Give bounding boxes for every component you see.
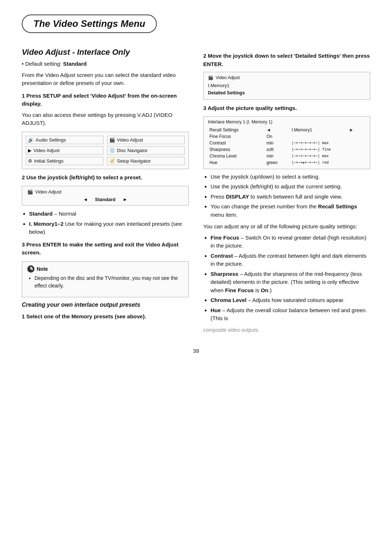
step1-heading: 1 Press SETUP and select 'Video Adjust' … [22,92,189,108]
settings-diagram-title: Interlace Memory 1 (I. Memory 1) [208,119,366,125]
preset-row: Standard [27,197,183,202]
menu-item-disc-navigator: 💿 Disc Navigator [107,146,185,155]
recall-value: I.Memory1 [290,127,348,133]
menu-item-play-mode: ▶ Video Adjust [26,146,103,155]
on-bold: On [261,287,268,293]
menu-item-video-adjust: 🎬 Video Adjust [107,136,185,144]
preset-title-icon: 🎬 [27,189,33,195]
header: The Video Settings Menu [22,15,370,48]
settings-row-sharpness: Sharpness soft |−+−+−+−+−+−| fine [208,146,366,153]
menu-item-initial-settings: ⚙ Initial Settings [26,157,103,165]
video-adjust-row1: I.Memory1 [208,82,366,89]
page-title: The Video Settings Menu [33,18,145,29]
display-bold: DISPLAY [226,193,249,200]
default-label: Default setting: [25,61,61,67]
right-bullet-1: Use the joystick (left/right) to adjust … [211,183,370,191]
sharpness-min: soft [265,146,290,153]
hue-item: Hue – Adjusts the overall colour balance… [211,306,370,323]
hue-label: Hue [208,159,265,166]
contrast-slider: |−+−+−+−+−+−| max [290,140,366,146]
video-adjust-icon: 🎬 [109,137,115,143]
menu-item-play-label: Video Adjust [33,148,60,153]
finefocus-label: Fine Focus [208,133,265,140]
initial-settings-icon: ⚙ [28,158,32,164]
main-content: Video Adjust - Interlace Only • Default … [22,48,370,337]
finefocus-value: On [265,133,366,140]
step3-heading: 3 Press ENTER to make the setting and ex… [22,241,189,257]
chroma-text: – Adjusts how saturated colours appear. [248,297,344,303]
right-bullet-2: Press DISPLAY to switch between full and… [211,193,370,201]
sharpness-slider: |−+−+−+−+−+−| fine [290,146,366,153]
disc-navigator-icon: 💿 [109,148,115,153]
bullet-standard-text: – Normal [54,211,76,217]
video-adjust-detailed: Detailed Settings [208,90,245,95]
fine-focus-bold: Fine Focus [211,234,239,241]
video-adjust-diagram: 🎬 Video Adjust I.Memory1 Detailed Settin… [203,72,370,100]
settings-diagram: Interlace Memory 1 (I. Memory 1) Recall … [203,116,370,169]
chroma-item: Chroma Level – Adjusts how saturated col… [211,296,370,305]
preset-selector-diagram: 🎬 Video Adjust Standard [22,186,189,205]
video-adjust-diagram-icon: 🎬 [208,75,213,80]
chroma-slider: |−+−+−+−+−+−| max [290,153,366,159]
right-bullet-0: Use the joystick (up/down) to select a s… [211,173,370,181]
footer-text: composite video outputs. [203,326,370,334]
page-number: 39 [22,348,370,354]
menu-item-audio-settings: 🔊 Audio Settings [26,136,103,144]
hue-bold: Hue [211,307,221,313]
note-header: ✎ Note [27,265,183,273]
recall-arrow-right: ► [348,127,366,133]
chroma-bold: Chroma Level [211,297,246,303]
contrast-item: Contrast – Adjusts the contrast between … [211,252,370,268]
settings-row-contrast: Contrast min |−+−+−+−+−+−| max [208,140,366,146]
creating-step1: 1 Select one of the Memory presets (see … [22,313,189,321]
preset-value: Standard [95,197,115,202]
settings-row-chroma: Chroma Level min |−+−+−+−+−+−| max [208,153,366,159]
recall-label: Recall Settings [208,127,265,133]
creating-heading: Creating your own interlace output prese… [22,302,189,308]
note-list: Depending on the disc and the TV/monitor… [34,274,183,290]
setup-navigator-icon: 🧭 [109,158,115,164]
bullet-standard: Standard – Normal [29,210,189,218]
hue-min: green [265,159,290,166]
quality-settings-list: Fine Focus – Switch On to reveal greater… [211,234,370,323]
menu-item-disc-label: Disc Navigator [117,148,148,153]
menu-item-setup-label: Setup Navigator [117,158,151,164]
page-number-text: 39 [193,348,199,354]
recall-settings-bold: Recall Settings [318,203,357,209]
right-bullet-3: You can change the preset number from th… [211,203,370,219]
bullet-imemory-bold: I. Memory1–2 [29,221,64,227]
fine-focus-inline-bold: Fine Focus [225,287,254,293]
sharpness-label: Sharpness [208,146,265,153]
video-adjust-imemory: I.Memory1 [208,83,229,88]
menu-grid-diagram: 🔊 Audio Settings 🎬 Video Adjust ▶ Video … [22,132,189,169]
note-item: Depending on the disc and the TV/monitor… [34,274,183,290]
video-adjust-row2: Detailed Settings [208,89,366,97]
video-adjust-diagram-title: Video Adjust [216,75,240,80]
preset-arrow-left [83,197,88,202]
right-column: 2 Move the joystick down to select 'Deta… [203,48,370,337]
settings-row-recall: Recall Settings ◄ I.Memory1 ► [208,127,366,133]
settings-row-finefocus: Fine Focus On [208,133,366,140]
chroma-label: Chroma Level [208,153,265,159]
sharpness-item: Sharpness – Adjusts the sharpness of the… [211,270,370,295]
left-column: Video Adjust - Interlace Only • Default … [22,48,189,337]
audio-settings-icon: 🔊 [28,137,34,143]
menu-item-setup-navigator: 🧭 Setup Navigator [107,157,185,165]
step2-heading: 2 Use the joystick (left/right) to selec… [22,174,189,182]
header-box: The Video Settings Menu [22,15,157,33]
play-mode-icon: ▶ [28,148,32,153]
right-step2-heading: 2 Move the joystick down to select 'Deta… [203,52,370,68]
step1-text: You can also access these settings by pr… [22,111,189,127]
note-box: ✎ Note Depending on the disc and the TV/… [22,261,189,297]
hue-slider: |−+−+◈+−+−+−| red [290,159,366,166]
right-intro-quality: You can adjust any or all of the followi… [203,223,370,231]
settings-row-hue: Hue green |−+−+◈+−+−+−| red [208,159,366,166]
contrast-bold: Contrast [211,253,233,259]
note-label: Note [37,266,48,272]
recall-arrow-left: ◄ [265,127,290,133]
hue-text: – Adjusts the overall colour balance bet… [211,307,367,322]
intro-text: From the Video Adjust screen you can sel… [22,71,189,87]
preset-bullets: Standard – Normal I. Memory1–2 Use for m… [29,210,189,236]
right-bullets-list: Use the joystick (up/down) to select a s… [211,173,370,219]
contrast-label: Contrast [208,140,265,146]
